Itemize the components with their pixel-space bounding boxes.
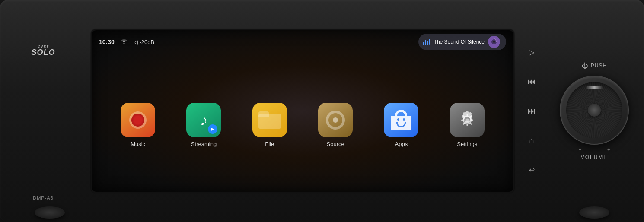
volume-label: VOLUME	[581, 154, 608, 160]
now-playing-bar[interactable]: The Sound Of Silence	[418, 34, 506, 50]
push-label: ⏻ PUSH	[582, 62, 607, 69]
status-left: 10:30 ◁ -20dB	[99, 38, 154, 46]
app-label-music: Music	[131, 141, 145, 147]
knob-inner	[566, 82, 622, 138]
right-controls: ▷ ⏮ ⏭ ⌂ ↩	[519, 29, 545, 193]
volume-knob[interactable]	[560, 76, 629, 145]
bag-body	[391, 116, 411, 130]
play-badge: ▶	[208, 124, 217, 134]
power-icon: ⏻	[582, 62, 588, 69]
music-bars-icon	[423, 39, 430, 45]
app-item-streaming[interactable]: ▶ Streaming	[186, 103, 221, 147]
clock: 10:30	[99, 38, 115, 45]
inner-dot	[333, 117, 338, 123]
back-button[interactable]: ↩	[525, 163, 538, 176]
apps-icon	[384, 103, 418, 137]
volume-minus[interactable]: −	[579, 147, 581, 152]
circle-ring	[326, 111, 345, 130]
volume-indicator: ◁ -20dB	[134, 39, 154, 45]
next-button[interactable]: ⏭	[525, 105, 538, 117]
play-button[interactable]: ▷	[525, 46, 538, 59]
svg-rect-9	[471, 119, 473, 121]
svg-point-5	[465, 118, 469, 121]
svg-rect-6	[466, 114, 468, 116]
svg-rect-7	[466, 124, 468, 126]
app-label-file: File	[265, 141, 274, 147]
svg-point-0	[123, 43, 124, 44]
app-item-source[interactable]: Source	[318, 103, 353, 147]
settings-icon	[450, 103, 485, 137]
app-label-apps: Apps	[395, 141, 408, 147]
folder-body	[258, 114, 281, 129]
knob-center	[588, 104, 601, 117]
bag-eye-right	[403, 118, 405, 121]
volume-plus[interactable]: +	[607, 147, 610, 152]
bag-smile	[396, 122, 406, 127]
left-panel: ever SOLO DMP-A6	[0, 0, 86, 222]
app-item-apps[interactable]: Apps	[384, 103, 418, 147]
brand-logo: ever SOLO	[31, 43, 55, 57]
app-item-settings[interactable]: Settings	[450, 103, 485, 147]
svg-rect-8	[461, 119, 463, 121]
app-label-streaming: Streaming	[191, 141, 217, 147]
file-icon	[252, 103, 287, 137]
apps-grid: Music ▶ Streaming File	[92, 54, 513, 192]
app-label-settings: Settings	[457, 141, 477, 147]
status-bar: 10:30 ◁ -20dB T	[92, 30, 513, 54]
bag-eyes	[397, 118, 405, 121]
svg-point-3	[493, 41, 495, 43]
right-panel: ⏻ PUSH − + VOLUME	[545, 0, 644, 222]
album-art	[488, 36, 500, 48]
bag-eye-left	[397, 118, 399, 121]
volume-knob-container: − + VOLUME	[560, 76, 629, 160]
prev-button[interactable]: ⏮	[525, 75, 538, 88]
knob-highlight	[586, 86, 603, 89]
streaming-icon: ▶	[186, 103, 221, 137]
model-number: DMP-A6	[33, 195, 54, 200]
app-label-source: Source	[327, 141, 344, 147]
screen: 10:30 ◁ -20dB T	[91, 29, 514, 193]
volume-minus-plus: − +	[579, 147, 610, 152]
brand-bottom: SOLO	[31, 48, 55, 57]
app-item-music[interactable]: Music	[121, 103, 155, 147]
folder-shape	[258, 111, 281, 129]
bag-handle	[395, 110, 407, 116]
source-icon	[318, 103, 353, 137]
bag-shape	[391, 110, 411, 130]
now-playing-title: The Sound Of Silence	[434, 39, 485, 45]
wifi-icon	[120, 38, 128, 46]
app-item-file[interactable]: File	[252, 103, 287, 147]
home-button[interactable]: ⌂	[525, 134, 538, 147]
music-icon	[121, 103, 155, 137]
device-body: ever SOLO DMP-A6 10:30 ◁ -20dB	[0, 0, 644, 222]
push-text: PUSH	[591, 63, 607, 69]
gear-svg	[456, 109, 478, 131]
